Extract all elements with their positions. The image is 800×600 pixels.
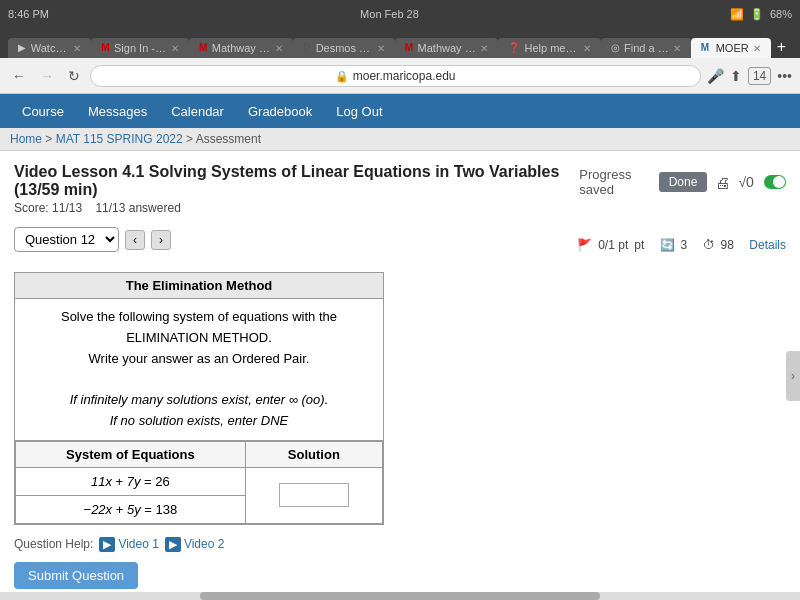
browser-nav: ← → ↻ 🔒 moer.maricopa.edu 🎤 ⬆ 14 ••• xyxy=(0,58,800,94)
tab-mathway2[interactable]: M Mathway | Pre... ✕ xyxy=(395,38,499,58)
tab-desmos[interactable]: D Desmos | Gra... ✕ xyxy=(293,38,395,58)
nav-gradebook[interactable]: Gradebook xyxy=(236,98,324,125)
tab-label-7: MOER xyxy=(716,42,749,54)
browser-top-bar: 8:46 PM Mon Feb 28 📶 🔋 68% xyxy=(0,0,800,28)
done-button[interactable]: Done xyxy=(659,172,708,192)
tab-favicon-7: M xyxy=(701,42,712,54)
forward-button[interactable]: → xyxy=(36,66,58,86)
score-value: 11/13 xyxy=(52,201,82,215)
question-selector[interactable]: Question 12 xyxy=(14,227,119,252)
pt-label: pt xyxy=(634,238,644,252)
tab-label-4: Mathway | Pre... xyxy=(418,42,477,54)
tab-close-0[interactable]: ✕ xyxy=(73,43,81,54)
tab-close-2[interactable]: ✕ xyxy=(275,43,283,54)
sidebar-handle[interactable]: › xyxy=(786,351,800,401)
question-help-label: Question Help: xyxy=(14,537,93,551)
wifi-icon: 📶 xyxy=(730,8,744,21)
equation2: −22x + 5y = 138 xyxy=(16,495,246,523)
prev-question-button[interactable]: ‹ xyxy=(125,230,145,250)
browser-status-right: 📶 🔋 68% xyxy=(730,8,792,21)
question-box-header: The Elimination Method xyxy=(15,273,383,299)
answered-value: 11/13 answered xyxy=(95,201,180,215)
new-tab-button[interactable]: + xyxy=(771,38,792,56)
instruction3: If infinitely many solutions exist, ente… xyxy=(25,390,373,411)
video2-icon: ▶ xyxy=(165,537,181,552)
address-text: moer.maricopa.edu xyxy=(353,69,456,83)
table-row-1: 11x + 7y = 26 xyxy=(16,467,383,495)
tab-favicon-3: D xyxy=(303,42,312,54)
nav-course[interactable]: Course xyxy=(10,98,76,125)
tabs-icon[interactable]: 14 xyxy=(748,67,771,85)
solution-input[interactable] xyxy=(279,483,349,507)
tab-label-0: Watch Bak xyxy=(31,42,69,54)
bottom-scrollbar[interactable] xyxy=(0,592,800,600)
tab-close-1[interactable]: ✕ xyxy=(171,43,179,54)
tab-moer[interactable]: M MOER ✕ xyxy=(691,38,771,58)
equation1: 11x + 7y = 26 xyxy=(16,467,246,495)
voice-search-icon[interactable]: 🎤 xyxy=(707,68,724,84)
video2-link[interactable]: ▶ Video 2 xyxy=(165,537,224,552)
tab-label-1: Sign In - Mar... xyxy=(114,42,167,54)
site-nav: Course Messages Calendar Gradebook Log O… xyxy=(0,94,800,128)
lesson-score: Score: 11/13 11/13 answered xyxy=(14,201,579,215)
attempts-icon: 🔄 xyxy=(660,238,675,252)
clock-icon: ⏱ xyxy=(703,238,715,252)
tab-mathway1[interactable]: M Mathway | Pre... ✕ xyxy=(189,38,293,58)
tab-close-7[interactable]: ✕ xyxy=(753,43,761,54)
nav-messages[interactable]: Messages xyxy=(76,98,159,125)
flag-icon: 🚩 xyxy=(577,238,592,252)
toggle-switch[interactable] xyxy=(764,175,786,189)
tab-help[interactable]: ❓ Help me I don... ✕ xyxy=(498,38,601,58)
question-help-row: Question Help: ▶ Video 1 ▶ Video 2 xyxy=(14,537,786,552)
more-icon[interactable]: ••• xyxy=(777,68,792,84)
breadcrumb-home[interactable]: Home xyxy=(10,132,42,146)
reload-button[interactable]: ↻ xyxy=(64,66,84,86)
next-question-button[interactable]: › xyxy=(151,230,171,250)
breadcrumb-section: Assessment xyxy=(196,132,261,146)
breadcrumb-course[interactable]: MAT 115 SPRING 2022 xyxy=(56,132,183,146)
browser-date: Mon Feb 28 xyxy=(360,8,419,20)
back-button[interactable]: ← xyxy=(8,66,30,86)
share-icon[interactable]: ⬆ xyxy=(730,68,742,84)
battery-pct: 68% xyxy=(770,8,792,20)
sqrt-icon[interactable]: √0 xyxy=(738,174,753,190)
submit-button[interactable]: Submit Question xyxy=(14,562,138,589)
video1-link[interactable]: ▶ Video 1 xyxy=(99,537,158,552)
video1-label: Video 1 xyxy=(118,537,158,551)
score-label: Score: xyxy=(14,201,49,215)
points-value: 0/1 pt xyxy=(598,238,628,252)
tab-favicon-6: ◎ xyxy=(611,42,620,54)
tab-label-2: Mathway | Pre... xyxy=(212,42,271,54)
tab-close-3[interactable]: ✕ xyxy=(377,43,385,54)
print-icon[interactable]: 🖨 xyxy=(715,174,730,191)
time-value: 98 xyxy=(721,238,734,252)
tab-signin[interactable]: M Sign In - Mar... ✕ xyxy=(91,38,189,58)
tab-favicon-0: ▶ xyxy=(18,42,27,54)
attempts-value: 3 xyxy=(681,238,688,252)
tab-favicon-2: M xyxy=(199,42,208,54)
equations-table: System of Equations Solution 11x + 7y = … xyxy=(15,441,383,524)
tab-find-class[interactable]: ◎ Find a Class ✕ xyxy=(601,38,691,58)
question-box: The Elimination Method Solve the followi… xyxy=(14,272,384,525)
tab-close-5[interactable]: ✕ xyxy=(583,43,591,54)
tab-favicon-5: ❓ xyxy=(508,42,520,54)
lesson-title: Video Lesson 4.1 Solving Systems of Line… xyxy=(14,163,579,199)
address-bar[interactable]: 🔒 moer.maricopa.edu xyxy=(90,65,701,87)
browser-tabs: ▶ Watch Bak ✕ M Sign In - Mar... ✕ M Mat… xyxy=(0,28,800,58)
col-solution: Solution xyxy=(245,441,382,467)
tab-close-6[interactable]: ✕ xyxy=(673,43,681,54)
nav-logout[interactable]: Log Out xyxy=(324,98,394,125)
breadcrumb-sep1: > xyxy=(45,132,55,146)
details-link[interactable]: Details xyxy=(749,238,786,252)
browser-time: 8:46 PM xyxy=(8,8,49,20)
lock-icon: 🔒 xyxy=(335,70,349,82)
instruction1: Solve the following system of equations … xyxy=(25,307,373,349)
nav-calendar[interactable]: Calendar xyxy=(159,98,236,125)
col-system: System of Equations xyxy=(16,441,246,467)
tab-close-4[interactable]: ✕ xyxy=(480,43,488,54)
tab-watch-bak[interactable]: ▶ Watch Bak ✕ xyxy=(8,38,91,58)
solution-cell xyxy=(245,467,382,523)
scrollbar-thumb xyxy=(200,592,600,600)
question-box-body: Solve the following system of equations … xyxy=(15,299,383,441)
progress-saved: Progress saved xyxy=(579,167,650,197)
